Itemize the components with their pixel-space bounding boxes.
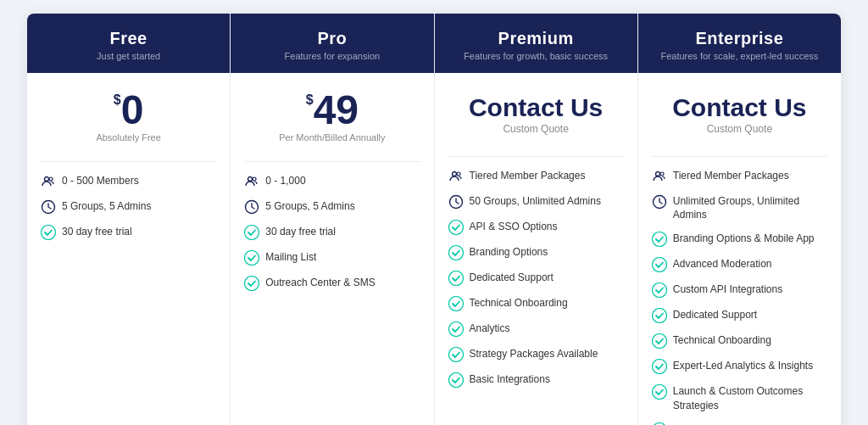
list-item: Custom API Integrations: [652, 282, 827, 298]
svg-point-1: [49, 177, 53, 181]
plan-tagline-free: Just get started: [37, 51, 220, 61]
plan-name-enterprise: Enterprise: [648, 29, 831, 48]
list-item: Advanced Moderation: [652, 257, 827, 272]
svg-point-24: [652, 258, 666, 272]
feature-icon-clock: [244, 199, 259, 215]
feature-text: Basic Integrations: [470, 372, 550, 386]
svg-point-7: [245, 226, 259, 240]
plan-card-premium: Premium Features for growth, basic succe…: [435, 14, 638, 425]
plan-body-pro: $ 49 Per Month/Billed Annually 0 - 1,000…: [231, 73, 433, 425]
plan-header-pro: Pro Features for expansion: [231, 14, 433, 73]
svg-point-3: [42, 226, 56, 240]
plan-body-enterprise: Contact Us Custom Quote Tiered Member Pa…: [638, 73, 841, 425]
feature-icon-group: [652, 169, 667, 184]
list-item: 30 day free trial: [41, 225, 216, 240]
plan-name-free: Free: [37, 29, 220, 48]
feature-icon-group: [244, 174, 259, 189]
plan-card-free: Free Just get started $ 0 Absolutely Fre…: [27, 14, 231, 425]
list-item: Branding Options: [448, 245, 624, 260]
feature-text: 5 Groups, 5 Admins: [62, 199, 151, 213]
plan-body-free: $ 0 Absolutely Free 0 - 500 Members 5 Gr…: [27, 73, 230, 425]
svg-point-11: [457, 172, 460, 176]
list-item: Expert-Led Analytics & Insights: [652, 359, 827, 374]
svg-point-18: [448, 348, 463, 362]
svg-point-4: [248, 177, 253, 182]
list-item: Outreach Center & SMS: [244, 276, 420, 291]
feature-icon-check: [244, 276, 259, 291]
plan-header-premium: Premium Features for growth, basic succe…: [435, 14, 637, 73]
feature-text: 50 Groups, Unlimited Admins: [470, 194, 601, 208]
feature-text: 30 day free trial: [62, 225, 132, 238]
feature-icon-check: [448, 372, 464, 388]
feature-text: 0 - 500 Members: [62, 174, 139, 187]
feature-text: Unlimited Groups, Unlimited Admins: [673, 194, 827, 221]
price-amount-pro: $ 49: [306, 90, 359, 131]
feature-icon-clock: [448, 194, 464, 210]
feature-icon-check: [652, 232, 667, 247]
feature-icon-clock: [652, 194, 667, 210]
price-sub-pro: Per Month/Billed Annually: [279, 132, 385, 143]
svg-point-21: [660, 172, 664, 176]
plan-tagline-premium: Features for growth, basic success: [445, 51, 627, 61]
plan-body-premium: Contact Us Custom Quote Tiered Member Pa…: [435, 73, 637, 425]
list-item: 50 Groups, Unlimited Admins: [448, 194, 624, 210]
plan-card-pro: Pro Features for expansion $ 49 Per Mont…: [231, 14, 434, 425]
list-item: 5 Groups, 5 Admins: [244, 199, 420, 215]
plan-header-enterprise: Enterprise Features for scale, expert-le…: [638, 14, 841, 73]
price-sub-free: Absolutely Free: [96, 132, 160, 143]
feature-icon-check: [652, 384, 667, 400]
price-dollar-free: $: [114, 93, 121, 107]
feature-text: 30 day free trial: [265, 225, 336, 238]
feature-text: 5 Groups, 5 Admins: [265, 199, 354, 213]
svg-point-9: [245, 277, 259, 291]
list-item: 5 Groups, 5 Admins: [41, 199, 216, 215]
svg-point-26: [652, 309, 666, 323]
list-item: 30 day free trial: [244, 225, 420, 240]
plan-tagline-pro: Features for expansion: [241, 51, 423, 61]
price-number-free: 0: [121, 90, 144, 131]
feature-icon-check: [652, 282, 667, 298]
plan-price-free: $ 0 Absolutely Free: [41, 90, 216, 143]
price-number-pro: 49: [314, 90, 359, 131]
feature-icon-check: [652, 359, 667, 374]
svg-point-25: [652, 283, 666, 298]
pricing-table: Free Just get started $ 0 Absolutely Fre…: [27, 14, 841, 425]
svg-point-0: [45, 177, 49, 182]
list-item: Branding Options & Mobile App: [652, 232, 827, 247]
feature-text: Tiered Member Packages: [673, 169, 789, 182]
feature-icon-check: [448, 347, 464, 362]
feature-text: Dedicated Support: [673, 308, 757, 322]
list-item: Mailing List: [244, 250, 420, 266]
feature-text: Outreach Center & SMS: [265, 276, 375, 289]
svg-point-14: [448, 246, 463, 260]
svg-point-10: [452, 172, 456, 176]
list-item: Launch & Custom Outcomes Strategies: [652, 384, 827, 411]
feature-icon-clock: [41, 199, 56, 215]
feature-text: Custom API Integrations: [673, 282, 782, 296]
feature-text: Strategy Packages Available: [470, 347, 598, 361]
plan-card-enterprise: Enterprise Features for scale, expert-le…: [638, 14, 841, 425]
svg-point-13: [448, 221, 463, 235]
plan-price-premium: Contact Us Custom Quote: [448, 90, 624, 137]
feature-text: Technical Onboarding: [470, 296, 568, 310]
plan-name-premium: Premium: [445, 29, 627, 48]
contact-title-premium: Contact Us: [469, 93, 603, 121]
feature-icon-check: [448, 271, 464, 286]
feature-text: Analytics: [470, 322, 510, 335]
plan-name-pro: Pro: [241, 29, 423, 48]
feature-text: API & SSO Options: [470, 220, 558, 233]
feature-icon-check: [244, 250, 259, 266]
list-item: Tiered Member Packages: [448, 169, 624, 184]
feature-text: Advanced Moderation: [673, 257, 772, 271]
svg-point-5: [253, 177, 256, 181]
list-item: Basic Integrations: [448, 372, 624, 388]
feature-text: Tiered Member Packages: [470, 169, 586, 182]
list-item: 0 - 500 Members: [41, 174, 216, 189]
list-item: Tiered Member Packages: [652, 169, 827, 184]
feature-icon-group: [448, 169, 464, 184]
feature-text: Technical Onboarding: [673, 333, 771, 347]
price-dollar-pro: $: [306, 93, 314, 107]
plan-price-pro: $ 49 Per Month/Billed Annually: [244, 90, 420, 143]
svg-point-16: [448, 297, 463, 311]
contact-sub-premium: Custom Quote: [503, 123, 568, 135]
